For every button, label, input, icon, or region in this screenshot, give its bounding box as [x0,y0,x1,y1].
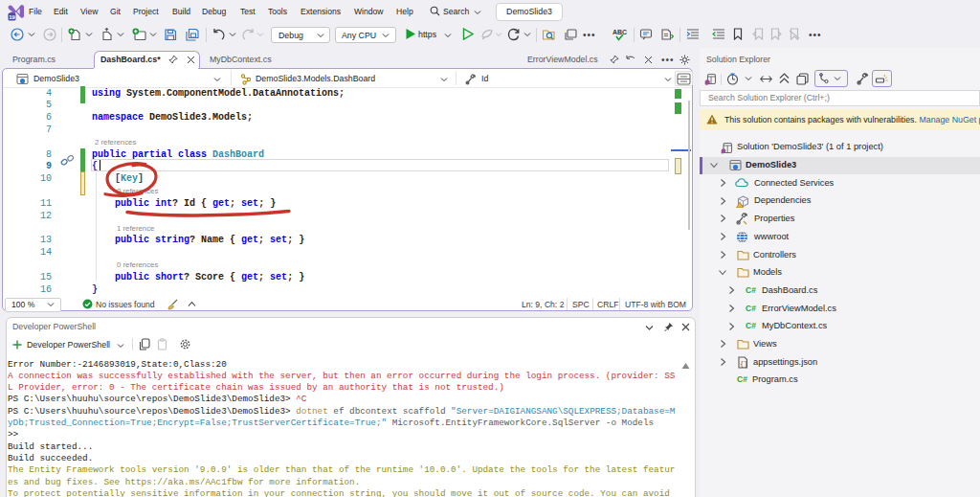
svg-text:ABC: ABC [612,29,627,35]
svg-text:{}: {} [740,360,747,368]
svg-text:19: 19 [9,14,15,20]
